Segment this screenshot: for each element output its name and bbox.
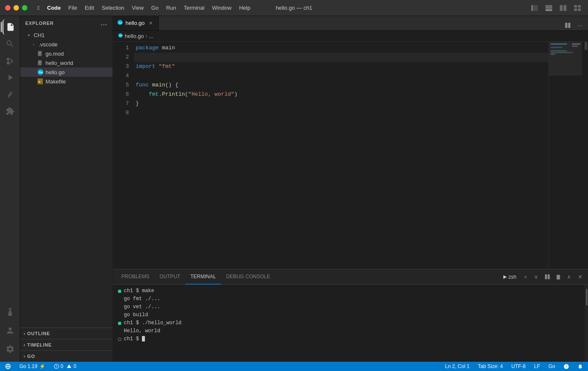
term-dot-1	[118, 290, 121, 293]
menu-apple[interactable]: 	[34, 3, 43, 12]
maximize-button[interactable]	[22, 5, 27, 11]
remote-status[interactable]	[3, 362, 13, 371]
minimap-slider[interactable]	[549, 42, 582, 75]
outline-section-header[interactable]: › OUTLINE	[20, 328, 112, 339]
code-line-7: }	[134, 99, 548, 108]
tab-hellogo[interactable]: Go hello.go ✕	[113, 16, 159, 30]
errors-status[interactable]: 0 0	[52, 362, 78, 371]
panel-toggle-icon[interactable]	[543, 3, 554, 13]
encoding-status[interactable]: UTF-8	[510, 362, 527, 371]
code-line-4	[134, 71, 548, 81]
menu-view[interactable]: View	[128, 3, 147, 12]
menu-help[interactable]: Help	[236, 3, 254, 12]
term-text-5: ch1 $ ./hello_world	[124, 319, 182, 327]
eol-status[interactable]: LF	[532, 362, 542, 371]
go-section-label: GO	[27, 354, 35, 359]
minimize-button[interactable]	[13, 5, 19, 11]
menu-terminal[interactable]: Terminal	[180, 3, 208, 12]
go-version-status[interactable]: Go 1.19 ⚡	[18, 362, 47, 371]
split-editor-icon[interactable]	[563, 20, 573, 30]
maximize-panel-icon[interactable]: ∧	[564, 272, 574, 282]
notification-icon[interactable]	[576, 362, 585, 371]
activity-source-control[interactable]	[3, 53, 18, 68]
term-text-1: ch1 $ make	[124, 287, 154, 295]
activity-extensions[interactable]	[3, 104, 18, 119]
editor-vertical-scrollbar[interactable]	[582, 42, 588, 269]
svg-rect-6	[574, 5, 577, 8]
tree-folder-vscode[interactable]: › .vscode	[20, 40, 112, 49]
svg-rect-29	[545, 274, 547, 279]
code-line-1: package main	[134, 43, 548, 53]
delete-terminal-icon[interactable]	[553, 272, 563, 282]
errors-count: 0	[61, 363, 64, 369]
editor-layout-icon[interactable]	[558, 3, 569, 13]
terminal-line-3: go vet ./...	[118, 303, 580, 311]
code-editor[interactable]: 1 2 3 4 5 6 7 8 package main	[113, 42, 588, 269]
timeline-section: › TIMELINE	[20, 339, 112, 350]
tab-bar-actions: ⋯	[563, 20, 588, 30]
timeline-label: TIMELINE	[27, 342, 52, 347]
svg-point-33	[56, 367, 56, 368]
tab-more-actions[interactable]: ⋯	[575, 20, 585, 30]
code-content[interactable]: package main import "fmt" func main() {	[134, 42, 548, 269]
tree-file-makefile[interactable]: M Makefile	[20, 77, 112, 86]
tree-file-helloworld[interactable]: hello_world	[20, 58, 112, 67]
close-panel-icon[interactable]: ✕	[575, 272, 585, 282]
tree-folder-ch1[interactable]: ▾ CH1	[20, 30, 112, 40]
warnings-count: 0	[73, 363, 76, 369]
tab-output[interactable]: OUTPUT	[155, 269, 185, 285]
activity-settings[interactable]	[3, 341, 18, 357]
statusbar: Go 1.19 ⚡ 0 0 Ln 2, Col 1 Tab Size: 4 UT…	[0, 362, 588, 371]
breadcrumb-more[interactable]: ...	[149, 33, 154, 39]
keyword-func: func	[136, 81, 149, 90]
tab-bar: Go hello.go ✕ ⋯	[113, 16, 588, 31]
feedback-icon[interactable]	[562, 362, 571, 371]
svg-rect-11	[38, 51, 42, 56]
minimap	[548, 42, 582, 269]
menu-file[interactable]: File	[65, 3, 80, 12]
activity-search[interactable]	[3, 36, 18, 51]
file-label-hellogo: hello.go	[45, 69, 65, 75]
tab-size-label: Tab Size: 4	[478, 363, 503, 369]
tab-debug-console[interactable]: DEBUG CONSOLE	[221, 269, 275, 285]
activity-run-debug[interactable]	[3, 70, 18, 85]
menu-run[interactable]: Run	[163, 3, 179, 12]
menu-edit[interactable]: Edit	[81, 3, 97, 12]
explorer-tree: ▾ CH1 › .vscode go.mod	[20, 30, 112, 328]
go-section-header[interactable]: › GO	[20, 351, 112, 362]
breadcrumb-file[interactable]: hello.go	[125, 33, 144, 39]
terminal-line-2: go fmt ./...	[118, 295, 580, 303]
code-line-5: func main() {	[134, 81, 548, 90]
terminal-scrollbar[interactable]	[585, 285, 588, 362]
cursor-position-status[interactable]: Ln 2, Col 1	[444, 362, 471, 371]
close-button[interactable]	[5, 5, 11, 11]
tab-size-status[interactable]: Tab Size: 4	[476, 362, 505, 371]
tab-problems[interactable]: PROBLEMS	[116, 269, 155, 285]
add-terminal-icon[interactable]: ＋	[521, 272, 530, 282]
svg-rect-1	[534, 5, 538, 11]
tree-file-hellogo[interactable]: Go hello.go	[20, 67, 112, 77]
customize-layout-icon[interactable]	[572, 3, 583, 13]
svg-rect-8	[574, 8, 577, 11]
editor-area: Go hello.go ✕ ⋯	[113, 16, 588, 362]
tree-file-gomod[interactable]: go.mod	[20, 49, 112, 58]
split-terminal-icon[interactable]	[543, 272, 552, 282]
terminal-dropdown-icon[interactable]: ∨	[532, 272, 541, 282]
window-title: hello.go — ch1	[276, 5, 313, 11]
terminal-content[interactable]: ch1 $ make go fmt ./... go vet ./...	[113, 285, 585, 362]
sidebar-toggle-icon[interactable]	[529, 3, 540, 13]
tab-terminal[interactable]: TERMINAL	[185, 269, 221, 285]
activity-remote-explorer[interactable]	[3, 87, 18, 102]
activity-explorer[interactable]	[3, 19, 18, 35]
tab-close-button[interactable]: ✕	[147, 20, 154, 27]
menu-code[interactable]: Code	[44, 3, 64, 12]
timeline-section-header[interactable]: › TIMELINE	[20, 339, 112, 350]
menu-selection[interactable]: Selection	[99, 3, 128, 12]
language-status[interactable]: Go	[547, 362, 557, 371]
explorer-more-button[interactable]: ...	[101, 19, 107, 27]
activity-account[interactable]	[3, 323, 18, 338]
menu-go[interactable]: Go	[148, 3, 162, 12]
activity-testing[interactable]	[3, 304, 18, 320]
main-layout: EXPLORER ... ▾ CH1 › .vscode	[0, 16, 588, 362]
menu-window[interactable]: Window	[208, 3, 235, 12]
